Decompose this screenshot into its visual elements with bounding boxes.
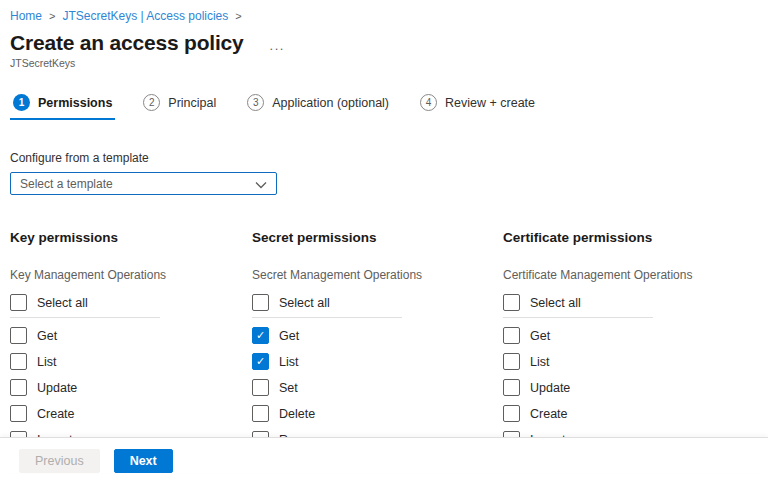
- chevron-down-icon: [255, 175, 267, 193]
- checkbox-unchecked[interactable]: [503, 379, 520, 396]
- select-all-row-certificate-permissions-select-all[interactable]: Select all: [503, 294, 581, 311]
- permissions-column-key-permissions: Key permissionsKey Management Operations…: [10, 230, 252, 448]
- next-button[interactable]: Next: [114, 449, 173, 473]
- step-label: Permissions: [38, 96, 112, 110]
- checkbox-label: Get: [37, 329, 57, 343]
- checkbox-label: Select all: [279, 296, 330, 310]
- permission-row-certificate-permissions-get[interactable]: Get: [503, 327, 550, 344]
- tab-step-review-create[interactable]: 4Review + create: [417, 94, 538, 120]
- permission-row-certificate-permissions-list[interactable]: List: [503, 353, 549, 370]
- page-subtitle: JTSecretKeys: [0, 57, 768, 69]
- tab-step-application-optional[interactable]: 3Application (optional): [244, 94, 392, 120]
- checkbox-label: Create: [530, 407, 568, 421]
- permission-row-key-permissions-create[interactable]: Create: [10, 405, 75, 422]
- permission-row-certificate-permissions-create[interactable]: Create: [503, 405, 568, 422]
- step-number-badge: 1: [13, 94, 30, 111]
- checkbox-label: List: [530, 355, 549, 369]
- checkbox-unchecked[interactable]: [503, 405, 520, 422]
- permissions-column-certificate-permissions: Certificate permissionsCertificate Manag…: [503, 230, 768, 448]
- step-number-badge: 2: [143, 94, 160, 111]
- checkbox-label: List: [279, 355, 298, 369]
- tab-step-permissions[interactable]: 1Permissions: [10, 94, 115, 120]
- checkbox-unchecked[interactable]: [10, 327, 27, 344]
- permissions-column-subtitle: Key Management Operations: [10, 268, 252, 282]
- breadcrumb-separator-icon: >: [235, 10, 241, 22]
- template-select-dropdown[interactable]: Select a template: [10, 172, 277, 195]
- wizard-steps: 1Permissions2Principal3Application (opti…: [0, 94, 768, 120]
- step-label: Review + create: [445, 96, 535, 110]
- select-all-divider: [10, 317, 160, 318]
- checkbox-unchecked[interactable]: [252, 294, 269, 311]
- permissions-column-subtitle: Secret Management Operations: [252, 268, 503, 282]
- select-all-divider: [252, 317, 402, 318]
- checkbox-label: List: [37, 355, 56, 369]
- checkbox-label: Update: [530, 381, 570, 395]
- checkbox-unchecked[interactable]: [503, 353, 520, 370]
- step-number-badge: 3: [247, 94, 264, 111]
- permission-row-key-permissions-update[interactable]: Update: [10, 379, 77, 396]
- step-number-badge: 4: [420, 94, 437, 111]
- permissions-column-title: Secret permissions: [252, 230, 503, 245]
- checkbox-unchecked[interactable]: [503, 327, 520, 344]
- breadcrumb-separator-icon: >: [49, 10, 55, 22]
- checkbox-label: Set: [279, 381, 298, 395]
- permissions-column-title: Certificate permissions: [503, 230, 768, 245]
- breadcrumb: Home > JTSecretKeys | Access policies >: [0, 0, 768, 23]
- template-section: Configure from a template Select a templ…: [0, 151, 768, 195]
- permission-row-secret-permissions-list[interactable]: List: [252, 353, 298, 370]
- checkbox-unchecked[interactable]: [252, 405, 269, 422]
- checkbox-label: Create: [37, 407, 75, 421]
- checkbox-checked[interactable]: [252, 353, 269, 370]
- permissions-column-title: Key permissions: [10, 230, 252, 245]
- previous-button[interactable]: Previous: [19, 449, 100, 473]
- more-options-icon[interactable]: ...: [266, 36, 289, 55]
- select-all-row-key-permissions-select-all[interactable]: Select all: [10, 294, 88, 311]
- checkbox-unchecked[interactable]: [503, 294, 520, 311]
- template-select-placeholder: Select a template: [20, 177, 113, 191]
- permissions-column-secret-permissions: Secret permissionsSecret Management Oper…: [252, 230, 503, 448]
- create-access-policy-page: Home > JTSecretKeys | Access policies > …: [0, 0, 768, 484]
- select-all-divider: [503, 317, 653, 318]
- permission-row-secret-permissions-get[interactable]: Get: [252, 327, 299, 344]
- wizard-footer: Previous Next: [0, 437, 768, 473]
- title-row: Create an access policy ...: [0, 31, 768, 55]
- breadcrumb-link-home[interactable]: Home: [10, 9, 42, 23]
- page-title: Create an access policy: [10, 31, 244, 55]
- checkbox-unchecked[interactable]: [252, 379, 269, 396]
- permission-row-key-permissions-get[interactable]: Get: [10, 327, 57, 344]
- checkbox-label: Get: [279, 329, 299, 343]
- checkbox-unchecked[interactable]: [10, 353, 27, 370]
- permission-row-secret-permissions-delete[interactable]: Delete: [252, 405, 315, 422]
- permission-row-certificate-permissions-update[interactable]: Update: [503, 379, 570, 396]
- checkbox-label: Select all: [530, 296, 581, 310]
- checkbox-label: Delete: [279, 407, 315, 421]
- checkbox-label: Get: [530, 329, 550, 343]
- checkbox-label: Select all: [37, 296, 88, 310]
- select-all-row-secret-permissions-select-all[interactable]: Select all: [252, 294, 330, 311]
- checkbox-unchecked[interactable]: [10, 379, 27, 396]
- checkbox-label: Update: [37, 381, 77, 395]
- checkbox-unchecked[interactable]: [10, 405, 27, 422]
- permissions-grid: Key permissionsKey Management Operations…: [0, 230, 768, 448]
- step-label: Principal: [168, 96, 216, 110]
- checkbox-unchecked[interactable]: [10, 294, 27, 311]
- template-label: Configure from a template: [10, 151, 768, 165]
- breadcrumb-link-access-policies[interactable]: JTSecretKeys | Access policies: [62, 9, 228, 23]
- permissions-column-subtitle: Certificate Management Operations: [503, 268, 768, 282]
- step-label: Application (optional): [272, 96, 389, 110]
- tab-step-principal[interactable]: 2Principal: [140, 94, 219, 120]
- permission-row-secret-permissions-set[interactable]: Set: [252, 379, 298, 396]
- checkbox-checked[interactable]: [252, 327, 269, 344]
- permission-row-key-permissions-list[interactable]: List: [10, 353, 56, 370]
